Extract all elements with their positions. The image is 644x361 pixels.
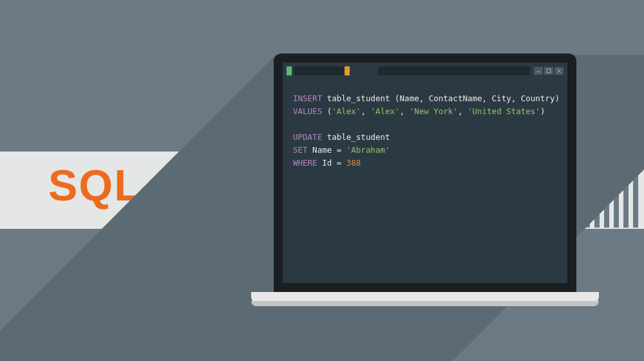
terminal-titlebar — [283, 63, 567, 77]
column-list: (Name, ContactName, City, Country) — [395, 93, 560, 103]
code-area: INSERT table_student (Name, ContactName,… — [283, 77, 567, 185]
value-3: 'New York' — [410, 106, 458, 116]
titlebar-address — [378, 66, 530, 75]
set-column: Name — [312, 145, 332, 155]
value-4: 'United States' — [468, 106, 540, 116]
titlebar-indicator-orange — [345, 66, 350, 75]
keyword-values: VALUES — [293, 106, 322, 116]
keyword-where: WHERE — [293, 158, 317, 168]
where-column: Id — [322, 158, 332, 168]
minimize-icon[interactable] — [534, 67, 543, 75]
maximize-icon[interactable] — [544, 67, 553, 75]
titlebar-segment — [294, 66, 346, 75]
svg-rect-1 — [547, 69, 551, 73]
table-name: table_student — [327, 93, 390, 103]
value-2: 'Alex' — [370, 106, 399, 116]
terminal-screen: INSERT table_student (Name, ContactName,… — [283, 63, 567, 283]
update-table: table_student — [327, 132, 390, 142]
value-1: 'Alex' — [332, 106, 361, 116]
screen-bezel: INSERT table_student (Name, ContactName,… — [274, 54, 576, 292]
keyword-insert: INSERT — [293, 93, 322, 103]
close-icon[interactable] — [554, 67, 564, 75]
set-value: 'Abraham' — [346, 145, 390, 155]
svg-rect-0 — [536, 72, 540, 72]
where-value: 388 — [346, 158, 361, 168]
window-controls — [534, 67, 564, 75]
laptop: INSERT table_student (Name, ContactName,… — [274, 54, 599, 306]
laptop-base — [251, 292, 599, 306]
titlebar-indicator-green — [287, 66, 292, 75]
keyword-set: SET — [293, 145, 308, 155]
keyword-update: UPDATE — [293, 132, 322, 142]
